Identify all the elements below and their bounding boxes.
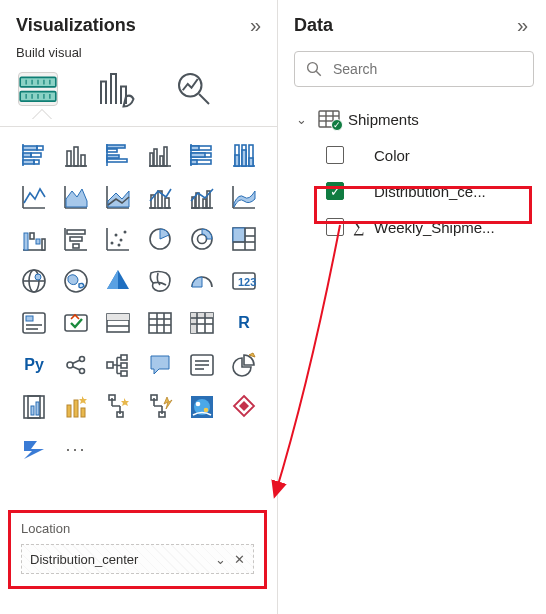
funnel-chart[interactable]	[58, 221, 94, 257]
field-well-label: Location	[21, 521, 254, 536]
field-distribution-center[interactable]: ✓ Distribution_ce...	[292, 173, 538, 209]
qna[interactable]	[142, 347, 178, 383]
svg-rect-132	[159, 412, 165, 417]
field-chip-text: Distribution_center	[30, 552, 138, 567]
r-visual[interactable]: R	[226, 305, 262, 341]
svg-point-109	[67, 362, 73, 368]
svg-rect-124	[31, 406, 34, 415]
decomposition-tree[interactable]	[100, 347, 136, 383]
multi-row-card[interactable]	[16, 305, 52, 341]
shape-map[interactable]	[142, 263, 178, 299]
svg-rect-130	[117, 412, 123, 417]
chevron-down-icon[interactable]: ⌄	[215, 552, 226, 567]
power-apps[interactable]	[58, 389, 94, 425]
100-stacked-bar-chart[interactable]	[184, 137, 220, 173]
paginated-report[interactable]	[226, 347, 262, 383]
svg-rect-48	[249, 158, 253, 166]
map[interactable]	[16, 263, 52, 299]
svg-rect-127	[74, 400, 78, 417]
field-color[interactable]: Color	[292, 137, 538, 173]
line-clustered-column-chart[interactable]	[184, 179, 220, 215]
python-visual[interactable]: Py	[16, 347, 52, 383]
svg-rect-20	[34, 160, 39, 164]
tab-analytics[interactable]	[174, 72, 214, 106]
sparkline-visual[interactable]	[142, 389, 178, 425]
search-input[interactable]	[331, 60, 523, 78]
location-field-well: Location Distribution_center ⌄ ✕	[8, 510, 267, 589]
key-influencers[interactable]	[58, 347, 94, 383]
card[interactable]: 123	[226, 263, 262, 299]
treemap[interactable]	[226, 221, 262, 257]
table[interactable]	[142, 305, 178, 341]
pie-chart[interactable]	[142, 221, 178, 257]
visual-mode-tabs	[14, 68, 271, 112]
search-icon	[305, 60, 323, 78]
field-weekly-shipments[interactable]: ∑ Weekly_Shipme...	[292, 209, 538, 245]
svg-rect-66	[70, 237, 82, 241]
more-visuals[interactable]: ···	[58, 431, 94, 467]
power-automate-2[interactable]	[16, 431, 52, 467]
100-stacked-column-chart[interactable]	[226, 137, 262, 173]
waterfall-chart[interactable]	[16, 221, 52, 257]
remove-field-icon[interactable]: ✕	[234, 552, 245, 567]
stacked-area-chart[interactable]	[100, 179, 136, 215]
tab-build-visual[interactable]	[18, 72, 58, 106]
line-chart[interactable]	[16, 179, 52, 215]
fields-tree: ⌄ ✓ Shipments Color ✓ Distribution_ce...	[292, 101, 538, 245]
checkbox-color[interactable]	[326, 146, 344, 164]
checkbox-distribution-center[interactable]: ✓	[326, 182, 344, 200]
stacked-column-chart[interactable]	[58, 137, 94, 173]
ribbon-chart[interactable]	[226, 179, 262, 215]
svg-line-112	[73, 360, 81, 364]
checkbox-weekly-shipments[interactable]	[326, 218, 344, 236]
svg-rect-117	[121, 371, 127, 376]
visualizations-title: Visualizations	[16, 15, 136, 36]
svg-point-72	[118, 244, 121, 247]
clustered-bar-chart[interactable]	[100, 137, 136, 173]
svg-rect-23	[74, 147, 78, 166]
svg-rect-96	[107, 314, 129, 320]
svg-rect-52	[165, 198, 169, 208]
scatter-chart[interactable]	[100, 221, 136, 257]
collapse-visualizations-icon[interactable]: »	[246, 14, 265, 37]
stacked-bar-chart[interactable]	[16, 137, 52, 173]
svg-point-71	[124, 231, 127, 234]
svg-rect-19	[23, 160, 34, 164]
svg-rect-39	[191, 153, 205, 157]
power-automate[interactable]	[100, 389, 136, 425]
matrix[interactable]	[184, 305, 220, 341]
slicer[interactable]	[100, 305, 136, 341]
svg-rect-24	[81, 155, 85, 166]
svg-rect-34	[164, 147, 167, 166]
svg-rect-116	[121, 363, 127, 368]
azure-map[interactable]	[100, 263, 136, 299]
analytics-icon	[174, 69, 214, 109]
clustered-column-chart[interactable]	[142, 137, 178, 173]
svg-point-136	[204, 408, 209, 413]
search-box[interactable]	[294, 51, 534, 87]
svg-point-84	[35, 274, 41, 280]
smart-narrative[interactable]	[184, 347, 220, 383]
donut-chart[interactable]	[184, 221, 220, 257]
svg-point-68	[111, 242, 114, 245]
collapse-data-icon[interactable]: »	[513, 14, 532, 37]
area-chart[interactable]	[58, 179, 94, 215]
metrics[interactable]	[16, 389, 52, 425]
arcgis-map[interactable]	[184, 389, 220, 425]
svg-rect-65	[67, 230, 85, 234]
svg-rect-126	[67, 405, 71, 417]
gauge[interactable]	[184, 263, 220, 299]
svg-rect-37	[191, 146, 199, 150]
line-stacked-column-chart[interactable]	[142, 179, 178, 215]
svg-rect-129	[109, 395, 115, 400]
field-label: Color	[374, 147, 410, 164]
filled-map[interactable]	[58, 263, 94, 299]
svg-rect-89	[26, 316, 33, 321]
table-shipments[interactable]: ⌄ ✓ Shipments	[292, 101, 538, 137]
tab-format-visual[interactable]	[96, 72, 136, 106]
build-visual-icon	[19, 75, 57, 104]
svg-rect-29	[107, 159, 127, 162]
get-more-visuals[interactable]	[226, 389, 262, 425]
field-chip-distribution-center[interactable]: Distribution_center ⌄ ✕	[21, 544, 254, 574]
kpi[interactable]	[58, 305, 94, 341]
